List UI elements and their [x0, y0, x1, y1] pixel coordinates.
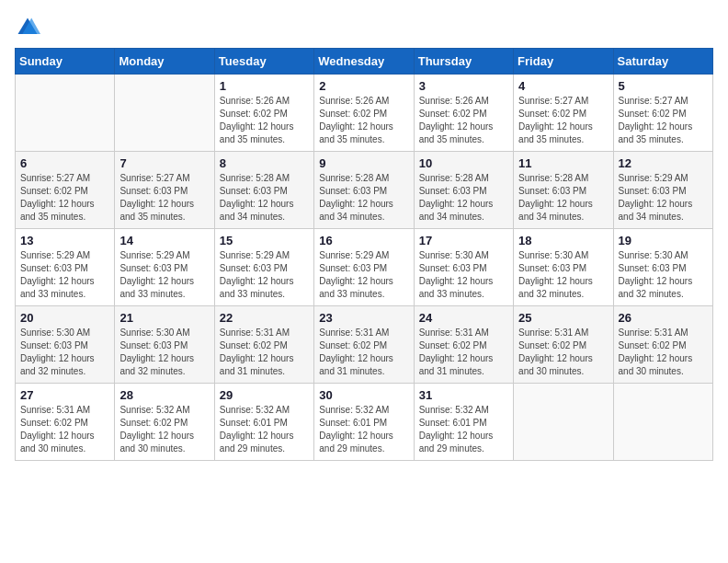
calendar-cell: 15Sunrise: 5:29 AM Sunset: 6:03 PM Dayli…	[214, 229, 313, 306]
calendar-cell: 20Sunrise: 5:30 AM Sunset: 6:03 PM Dayli…	[16, 306, 115, 384]
day-number: 12	[619, 156, 708, 170]
day-info: Sunrise: 5:32 AM Sunset: 6:01 PM Dayligh…	[220, 404, 309, 455]
day-number: 23	[319, 311, 408, 325]
day-number: 18	[518, 234, 608, 247]
calendar-cell	[115, 75, 214, 152]
day-info: Sunrise: 5:26 AM Sunset: 6:02 PM Dayligh…	[220, 95, 309, 146]
day-info: Sunrise: 5:26 AM Sunset: 6:02 PM Dayligh…	[319, 95, 408, 146]
day-number: 17	[419, 234, 508, 247]
day-number: 28	[119, 388, 209, 402]
day-number: 25	[518, 311, 608, 325]
day-info: Sunrise: 5:29 AM Sunset: 6:03 PM Dayligh…	[119, 249, 209, 301]
logo	[15, 15, 44, 40]
calendar-week-row: 6Sunrise: 5:27 AM Sunset: 6:02 PM Daylig…	[16, 152, 713, 229]
day-number: 13	[20, 234, 109, 247]
calendar-week-row: 20Sunrise: 5:30 AM Sunset: 6:03 PM Dayli…	[16, 306, 713, 384]
calendar-cell: 7Sunrise: 5:27 AM Sunset: 6:03 PM Daylig…	[115, 152, 214, 229]
day-info: Sunrise: 5:31 AM Sunset: 6:02 PM Dayligh…	[319, 327, 408, 378]
day-number: 6	[20, 156, 109, 170]
day-number: 29	[220, 388, 309, 402]
day-number: 30	[319, 388, 408, 402]
weekday-header: Saturday	[613, 49, 712, 75]
calendar-cell: 26Sunrise: 5:31 AM Sunset: 6:02 PM Dayli…	[613, 306, 712, 384]
calendar-cell: 30Sunrise: 5:32 AM Sunset: 6:01 PM Dayli…	[314, 384, 414, 461]
calendar-cell: 19Sunrise: 5:30 AM Sunset: 6:03 PM Dayli…	[613, 229, 712, 306]
calendar-table: SundayMondayTuesdayWednesdayThursdayFrid…	[15, 48, 713, 461]
day-number: 2	[319, 79, 408, 93]
day-info: Sunrise: 5:29 AM Sunset: 6:03 PM Dayligh…	[20, 249, 109, 301]
day-info: Sunrise: 5:31 AM Sunset: 6:02 PM Dayligh…	[518, 327, 608, 378]
calendar-cell: 14Sunrise: 5:29 AM Sunset: 6:03 PM Dayli…	[115, 229, 214, 306]
day-info: Sunrise: 5:31 AM Sunset: 6:02 PM Dayligh…	[419, 327, 508, 378]
day-info: Sunrise: 5:28 AM Sunset: 6:03 PM Dayligh…	[220, 172, 309, 224]
day-info: Sunrise: 5:27 AM Sunset: 6:03 PM Dayligh…	[119, 172, 209, 224]
calendar-cell: 25Sunrise: 5:31 AM Sunset: 6:02 PM Dayli…	[514, 306, 613, 384]
day-info: Sunrise: 5:27 AM Sunset: 6:02 PM Dayligh…	[518, 95, 608, 146]
calendar-cell: 27Sunrise: 5:31 AM Sunset: 6:02 PM Dayli…	[16, 384, 115, 461]
calendar-cell: 13Sunrise: 5:29 AM Sunset: 6:03 PM Dayli…	[16, 229, 115, 306]
day-number: 19	[619, 234, 708, 247]
day-info: Sunrise: 5:31 AM Sunset: 6:02 PM Dayligh…	[20, 404, 109, 455]
calendar-cell: 16Sunrise: 5:29 AM Sunset: 6:03 PM Dayli…	[314, 229, 414, 306]
day-info: Sunrise: 5:30 AM Sunset: 6:03 PM Dayligh…	[20, 327, 109, 378]
day-info: Sunrise: 5:26 AM Sunset: 6:02 PM Dayligh…	[419, 95, 508, 146]
day-info: Sunrise: 5:29 AM Sunset: 6:03 PM Dayligh…	[220, 249, 309, 301]
calendar-cell: 6Sunrise: 5:27 AM Sunset: 6:02 PM Daylig…	[16, 152, 115, 229]
calendar-cell: 29Sunrise: 5:32 AM Sunset: 6:01 PM Dayli…	[214, 384, 313, 461]
calendar-cell: 8Sunrise: 5:28 AM Sunset: 6:03 PM Daylig…	[214, 152, 313, 229]
calendar-cell	[514, 384, 613, 461]
day-info: Sunrise: 5:32 AM Sunset: 6:01 PM Dayligh…	[319, 404, 408, 455]
day-info: Sunrise: 5:27 AM Sunset: 6:02 PM Dayligh…	[619, 95, 708, 146]
calendar-cell: 23Sunrise: 5:31 AM Sunset: 6:02 PM Dayli…	[314, 306, 414, 384]
calendar-cell: 5Sunrise: 5:27 AM Sunset: 6:02 PM Daylig…	[613, 75, 712, 152]
day-info: Sunrise: 5:32 AM Sunset: 6:01 PM Dayligh…	[419, 404, 508, 455]
calendar-cell: 1Sunrise: 5:26 AM Sunset: 6:02 PM Daylig…	[214, 75, 313, 152]
day-number: 22	[220, 311, 309, 325]
calendar-cell: 11Sunrise: 5:28 AM Sunset: 6:03 PM Dayli…	[514, 152, 613, 229]
weekday-header: Monday	[115, 49, 214, 75]
weekday-header: Sunday	[16, 49, 115, 75]
day-info: Sunrise: 5:31 AM Sunset: 6:02 PM Dayligh…	[619, 327, 708, 378]
day-info: Sunrise: 5:28 AM Sunset: 6:03 PM Dayligh…	[419, 172, 508, 224]
calendar-cell	[16, 75, 115, 152]
day-number: 9	[319, 156, 408, 170]
calendar-cell: 31Sunrise: 5:32 AM Sunset: 6:01 PM Dayli…	[414, 384, 513, 461]
day-info: Sunrise: 5:28 AM Sunset: 6:03 PM Dayligh…	[319, 172, 408, 224]
day-info: Sunrise: 5:27 AM Sunset: 6:02 PM Dayligh…	[20, 172, 109, 224]
day-info: Sunrise: 5:28 AM Sunset: 6:03 PM Dayligh…	[518, 172, 608, 224]
day-info: Sunrise: 5:30 AM Sunset: 6:03 PM Dayligh…	[619, 249, 708, 301]
day-number: 10	[419, 156, 508, 170]
calendar-cell: 22Sunrise: 5:31 AM Sunset: 6:02 PM Dayli…	[214, 306, 313, 384]
calendar-cell: 17Sunrise: 5:30 AM Sunset: 6:03 PM Dayli…	[414, 229, 513, 306]
day-number: 31	[419, 388, 508, 402]
logo-icon	[15, 15, 40, 40]
day-number: 26	[619, 311, 708, 325]
weekday-header: Tuesday	[214, 49, 313, 75]
day-number: 21	[119, 311, 209, 325]
calendar-cell	[613, 384, 712, 461]
weekday-header-row: SundayMondayTuesdayWednesdayThursdayFrid…	[16, 49, 713, 75]
calendar-week-row: 1Sunrise: 5:26 AM Sunset: 6:02 PM Daylig…	[16, 75, 713, 152]
day-number: 8	[220, 156, 309, 170]
day-number: 5	[619, 79, 708, 93]
calendar-cell: 4Sunrise: 5:27 AM Sunset: 6:02 PM Daylig…	[514, 75, 613, 152]
day-info: Sunrise: 5:31 AM Sunset: 6:02 PM Dayligh…	[220, 327, 309, 378]
calendar-cell: 3Sunrise: 5:26 AM Sunset: 6:02 PM Daylig…	[414, 75, 513, 152]
weekday-header: Thursday	[414, 49, 513, 75]
day-number: 27	[20, 388, 109, 402]
calendar-cell: 2Sunrise: 5:26 AM Sunset: 6:02 PM Daylig…	[314, 75, 414, 152]
day-info: Sunrise: 5:30 AM Sunset: 6:03 PM Dayligh…	[419, 249, 508, 301]
day-number: 14	[119, 234, 209, 247]
calendar-cell: 24Sunrise: 5:31 AM Sunset: 6:02 PM Dayli…	[414, 306, 513, 384]
day-number: 4	[518, 79, 608, 93]
day-info: Sunrise: 5:32 AM Sunset: 6:02 PM Dayligh…	[119, 404, 209, 455]
weekday-header: Wednesday	[314, 49, 414, 75]
calendar-week-row: 27Sunrise: 5:31 AM Sunset: 6:02 PM Dayli…	[16, 384, 713, 461]
calendar-cell: 12Sunrise: 5:29 AM Sunset: 6:03 PM Dayli…	[613, 152, 712, 229]
day-number: 16	[319, 234, 408, 247]
calendar-cell: 18Sunrise: 5:30 AM Sunset: 6:03 PM Dayli…	[514, 229, 613, 306]
calendar-cell: 9Sunrise: 5:28 AM Sunset: 6:03 PM Daylig…	[314, 152, 414, 229]
day-number: 3	[419, 79, 508, 93]
day-info: Sunrise: 5:30 AM Sunset: 6:03 PM Dayligh…	[518, 249, 608, 301]
day-info: Sunrise: 5:29 AM Sunset: 6:03 PM Dayligh…	[319, 249, 408, 301]
